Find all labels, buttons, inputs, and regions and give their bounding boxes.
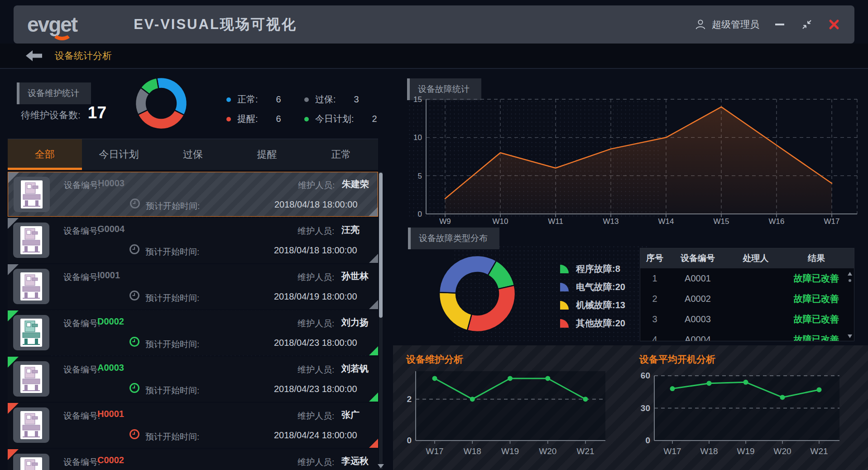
table-row[interactable]: 1A0001故障已改善 [640, 268, 854, 289]
row-number: 4 [640, 334, 669, 341]
equipment-code: A0003 [97, 363, 124, 373]
legend-label: 电气故障:20 [576, 281, 625, 293]
status-corner-mark [369, 346, 378, 355]
fault-type-legend-item[interactable]: 其他故障:20 [560, 317, 625, 329]
donut-slice-电气故障[interactable] [439, 256, 496, 293]
fault-type-legend-item[interactable]: 机械故障:13 [560, 299, 625, 311]
svg-text:W21: W21 [810, 446, 828, 456]
tab-提醒[interactable]: 提醒 [230, 139, 304, 170]
equipment-list-item[interactable]: 设备编号:A0003维护人员:刘若钒预计开始时间:2018/04/23 18:0… [8, 357, 378, 402]
equipment-list-item[interactable]: 设备编号:H0001维护人员:张广预计开始时间:2018/04/24 18:00… [8, 403, 378, 448]
tab-今日计划[interactable]: 今日计划 [82, 139, 156, 170]
equipment-image [21, 366, 41, 392]
start-time: 2018/04/18 18:00:00 [274, 199, 358, 210]
tab-过保[interactable]: 过保 [156, 139, 230, 170]
person-name: 朱建荣 [342, 178, 369, 190]
donut-slice-提醒[interactable] [138, 110, 184, 129]
time-label: 预计开始时间: [145, 431, 199, 443]
pending-count-block: 待维护设备数: 17 [21, 103, 106, 122]
window-title-bar: evget EV-VISUAL现场可视化 超级管理员 [14, 5, 854, 44]
table-header-cell: 处理人 [726, 252, 785, 264]
dashboard-root: evget EV-VISUAL现场可视化 超级管理员 设备统计分析 设备维护统计… [0, 0, 868, 470]
equipment-list-item[interactable]: 设备编号:G0004维护人员:汪亮预计开始时间:2018/04/18 18:00… [8, 218, 378, 263]
table-scrollbar-thumb[interactable] [849, 279, 851, 282]
equipment-list-item[interactable]: 设备编号:H0003维护人员:朱建荣预计开始时间:2018/04/18 18:0… [8, 172, 378, 217]
tab-正常[interactable]: 正常 [304, 139, 378, 170]
table-header-cell: 结果 [785, 252, 848, 264]
time-label: 预计开始时间: [146, 200, 200, 212]
current-user[interactable]: 超级管理员 [695, 18, 759, 31]
equipment-thumbnail [13, 269, 49, 304]
list-scroll-down-icon[interactable] [378, 464, 384, 468]
svg-text:30: 30 [641, 403, 650, 413]
equipment-code: H0003 [98, 178, 125, 189]
svg-text:60: 60 [641, 371, 650, 380]
fault-type-donut-chart[interactable] [436, 253, 518, 334]
row-result: 故障已改善 [785, 334, 848, 341]
equipment-list-item[interactable]: 设备编号:C0002维护人员:李远秋预计开始时间: [8, 449, 378, 470]
table-row[interactable]: 2A0002故障已改善 [640, 289, 854, 309]
restore-icon [801, 19, 812, 30]
time-label: 预计开始时间: [145, 292, 199, 304]
donut-slice-其他故障[interactable] [467, 285, 515, 332]
time-label: 预计开始时间: [145, 339, 199, 350]
row-equipment-code: A0002 [669, 294, 726, 304]
close-button[interactable] [827, 18, 841, 31]
legend-item[interactable]: 提醒:6 [226, 113, 304, 125]
person-label: 维护人员: [297, 364, 334, 376]
equipment-image [21, 320, 41, 346]
equipment-thumbnail [14, 177, 50, 212]
svg-text:W19: W19 [501, 446, 519, 456]
fault-table-header: 序号设备编号处理人结果 [640, 248, 854, 268]
row-equipment-code: A0001 [669, 273, 726, 284]
legend-item[interactable]: 过保:3 [304, 93, 377, 106]
restore-button[interactable] [800, 18, 814, 31]
table-row[interactable]: 4A0004故障已改善 [640, 329, 854, 341]
time-label: 预计开始时间: [145, 246, 199, 258]
status-corner-mark [369, 207, 378, 216]
code-label: 设备编号: [63, 318, 100, 329]
clock-icon [129, 336, 140, 347]
minimize-icon [775, 24, 784, 25]
equipment-code: H0001 [97, 409, 124, 419]
legend-item[interactable]: 今日计划:2 [304, 113, 377, 125]
fault-line-chart: 051015W9W10W11W13W14W15W16W17 [410, 88, 863, 225]
fault-type-legend-item[interactable]: 程序故障:8 [560, 263, 625, 275]
equipment-list-item[interactable]: 设备编号:I0001维护人员:孙世林预计开始时间:2018/04/19 18:0… [8, 264, 378, 309]
fault-type-legend-item[interactable]: 电气故障:20 [560, 281, 625, 293]
person-label: 维护人员: [297, 271, 334, 283]
svg-text:W9: W9 [439, 217, 451, 225]
equipment-list-item[interactable]: 设备编号:D0002维护人员:刘力扬预计开始时间:2018/04/23 18:0… [8, 310, 378, 355]
equipment-image [21, 458, 41, 470]
row-number: 3 [640, 314, 669, 325]
svg-text:W15: W15 [714, 217, 729, 225]
person-name: 刘力扬 [341, 316, 369, 329]
minimize-button[interactable] [773, 18, 786, 31]
legend-dot-icon [226, 97, 231, 102]
code-label: 设备编号: [63, 271, 100, 283]
start-time: 2018/04/24 18:00:00 [274, 430, 357, 441]
start-time: 2018/04/18 18:00:00 [274, 245, 357, 256]
donut-slice-机械故障[interactable] [439, 292, 472, 330]
legend-item[interactable]: 正常:6 [226, 93, 304, 106]
equipment-code: D0002 [97, 316, 124, 327]
svg-text:W18: W18 [464, 446, 481, 456]
tab-全部[interactable]: 全部 [8, 139, 82, 170]
svg-text:W20: W20 [773, 446, 791, 456]
list-scrollbar-thumb[interactable] [379, 173, 383, 318]
maintenance-analysis-title: 设备维护分析 [406, 353, 463, 366]
pending-count: 17 [88, 103, 106, 122]
table-scroll-up-icon[interactable] [848, 272, 852, 276]
table-scrollbar[interactable] [847, 270, 853, 339]
table-row[interactable]: 3A0003故障已改善 [640, 309, 854, 329]
person-label: 维护人员: [297, 225, 334, 237]
back-button[interactable] [25, 49, 43, 62]
maintenance-donut-chart[interactable] [132, 74, 191, 133]
svg-text:W21: W21 [576, 446, 594, 456]
list-scrollbar[interactable] [379, 172, 383, 469]
table-scroll-down-icon[interactable] [848, 334, 852, 338]
svg-text:0: 0 [418, 210, 422, 218]
svg-text:5: 5 [418, 172, 422, 180]
donut-slice-正常[interactable] [157, 78, 187, 115]
svg-text:0: 0 [407, 436, 412, 445]
